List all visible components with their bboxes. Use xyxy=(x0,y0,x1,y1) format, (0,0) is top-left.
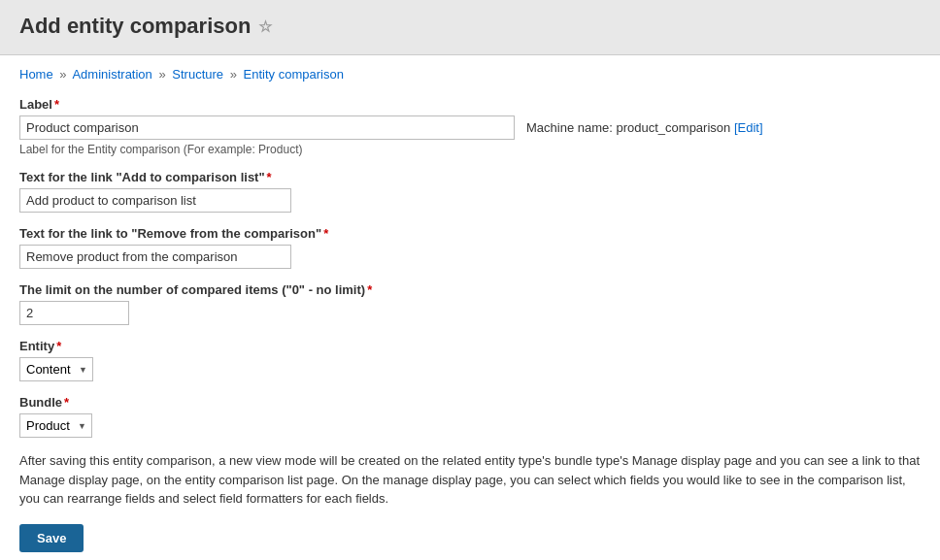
page-header: Add entity comparison ☆ xyxy=(0,0,940,55)
limit-input[interactable] xyxy=(19,301,129,325)
entity-select-wrapper: Content xyxy=(19,357,93,381)
info-text: After saving this entity comparison, a n… xyxy=(19,451,921,509)
entity-select[interactable]: Content xyxy=(19,357,93,381)
breadcrumb-home[interactable]: Home xyxy=(19,67,53,82)
label-form-item: Label* Machine name: product_comparison … xyxy=(19,97,921,156)
breadcrumb-sep-1: » xyxy=(59,67,66,82)
bundle-label: Bundle* xyxy=(19,395,921,410)
breadcrumb: Home » Administration » Structure » Enti… xyxy=(19,67,921,82)
machine-name-display: Machine name: product_comparison [Edit] xyxy=(526,120,763,135)
label-row: Machine name: product_comparison [Edit] xyxy=(19,115,921,140)
label-input[interactable] xyxy=(19,115,515,140)
page-title-text: Add entity comparison xyxy=(19,14,251,39)
label-field-label: Label* xyxy=(19,97,921,112)
add-link-label: Text for the link "Add to comparison lis… xyxy=(19,170,921,184)
add-link-input[interactable] xyxy=(19,188,291,213)
breadcrumb-admin[interactable]: Administration xyxy=(72,67,151,82)
bundle-select[interactable]: Product xyxy=(19,413,92,438)
bundle-form-item: Bundle* Product xyxy=(19,395,921,438)
breadcrumb-structure[interactable]: Structure xyxy=(172,67,223,82)
machine-name-edit-link[interactable]: [Edit] xyxy=(734,120,763,135)
star-icon[interactable]: ☆ xyxy=(258,17,272,36)
breadcrumb-sep-3: » xyxy=(230,67,237,82)
page-title: Add entity comparison ☆ xyxy=(19,14,921,39)
entity-form-item: Entity* Content xyxy=(19,339,921,381)
add-link-form-item: Text for the link "Add to comparison lis… xyxy=(19,170,921,213)
bundle-select-wrapper: Product xyxy=(19,413,92,438)
remove-link-input[interactable] xyxy=(19,245,291,269)
breadcrumb-sep-2: » xyxy=(158,67,165,82)
breadcrumb-entity-comparison[interactable]: Entity comparison xyxy=(244,67,344,82)
label-description: Label for the Entity comparison (For exa… xyxy=(19,143,921,156)
limit-label: The limit on the number of compared item… xyxy=(19,282,921,297)
limit-form-item: The limit on the number of compared item… xyxy=(19,282,921,325)
entity-label: Entity* xyxy=(19,339,921,353)
page-content: Home » Administration » Structure » Enti… xyxy=(0,55,940,560)
remove-link-form-item: Text for the link to "Remove from the co… xyxy=(19,226,921,269)
remove-link-label: Text for the link to "Remove from the co… xyxy=(19,226,921,241)
save-button[interactable]: Save xyxy=(19,524,84,552)
